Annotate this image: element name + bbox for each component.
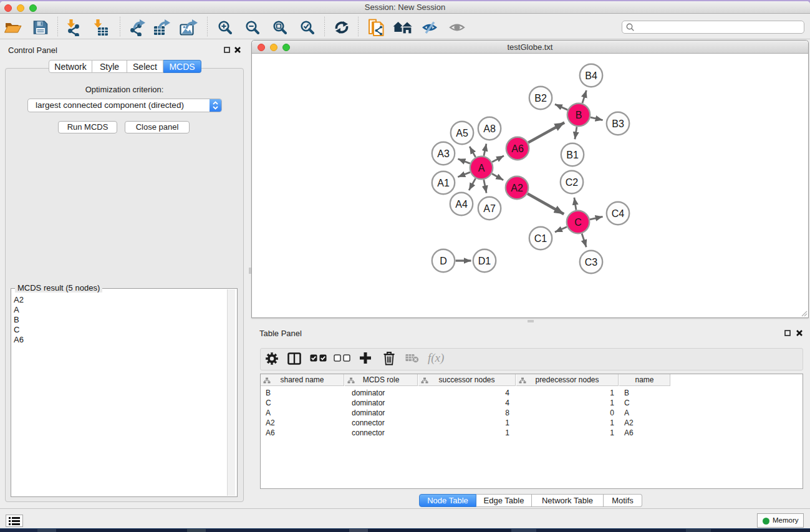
svg-text:A1: A1 — [437, 178, 450, 188]
svg-text:A: A — [478, 163, 485, 173]
svg-text:B1: B1 — [566, 150, 579, 160]
svg-text:A8: A8 — [483, 123, 496, 134]
svg-text:A2: A2 — [511, 183, 523, 193]
svg-text:B2: B2 — [534, 93, 547, 104]
svg-text:C4: C4 — [612, 208, 625, 219]
svg-text:C1: C1 — [534, 233, 547, 244]
svg-text:D1: D1 — [478, 256, 491, 266]
svg-text:A7: A7 — [483, 203, 496, 214]
svg-text:A3: A3 — [437, 148, 450, 159]
svg-text:C2: C2 — [566, 177, 579, 188]
svg-text:A4: A4 — [455, 199, 468, 210]
svg-text:A5: A5 — [456, 128, 468, 138]
svg-text:B: B — [576, 110, 582, 120]
svg-text:A6: A6 — [511, 143, 524, 154]
svg-text:C3: C3 — [585, 257, 598, 268]
svg-text:B4: B4 — [585, 70, 597, 81]
svg-text:D: D — [440, 256, 447, 266]
svg-text:C: C — [574, 217, 582, 228]
svg-text:B3: B3 — [612, 118, 624, 129]
